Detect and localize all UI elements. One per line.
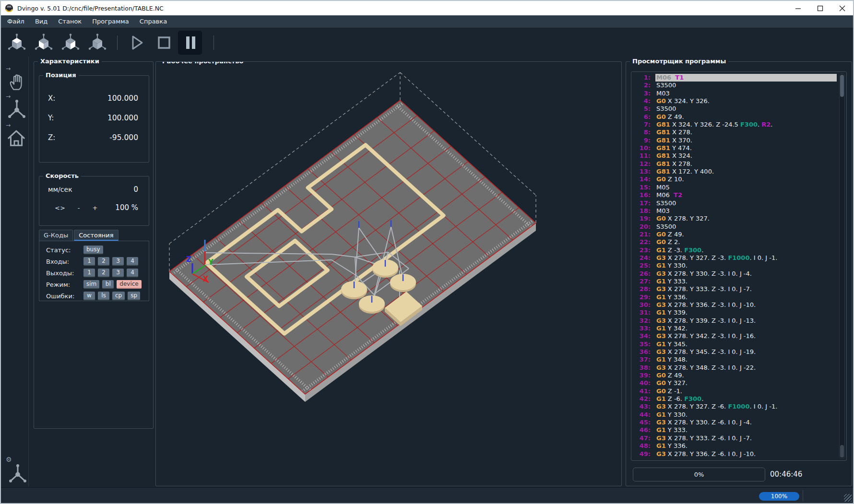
stop-button[interactable] bbox=[151, 31, 175, 55]
tab-gcodes[interactable]: G-Коды bbox=[39, 230, 73, 241]
scrollbar[interactable] bbox=[839, 73, 845, 459]
state-button-3[interactable]: 3 bbox=[112, 269, 124, 277]
gcode-line[interactable]: 42:G1 Z -6. F300. bbox=[631, 395, 837, 403]
state-button-2[interactable]: 2 bbox=[98, 269, 109, 277]
gcode-line[interactable]: 48:G1 Y 336. bbox=[631, 442, 837, 450]
gcode-line[interactable]: 37:G1 Y 348. bbox=[631, 356, 837, 363]
menu-item-Программа[interactable]: Программа bbox=[87, 15, 134, 28]
gcode-line[interactable]: 44:G1 Y 330. bbox=[631, 411, 837, 419]
gcode-line[interactable]: 18:M03 bbox=[631, 207, 837, 215]
gcode-line[interactable]: 29:G1 Y 336. bbox=[631, 293, 837, 301]
speed-minus-button[interactable]: - bbox=[78, 204, 80, 211]
gcode-line[interactable]: 17:S3500 bbox=[631, 199, 837, 207]
jog-axes-button[interactable]: → bbox=[5, 95, 29, 122]
gcode-line[interactable]: 47:G3 X 278. Y 333. Z -6. I 0. J -7. bbox=[631, 434, 837, 442]
gcode-line[interactable]: 36:G3 X 278. Y 345. Z -3. I 0. J -19. bbox=[631, 348, 837, 356]
gcode-line[interactable]: 38:G3 X 278. Y 348. Z -3. I 0. J -22. bbox=[631, 364, 837, 372]
gcode-line[interactable]: 14:G0 Z 10. bbox=[631, 176, 837, 183]
gcode-line[interactable]: 21:G0 Z 49. bbox=[631, 231, 837, 238]
state-button-4[interactable]: 4 bbox=[127, 257, 138, 266]
left-tabs: G-Коды Состояния bbox=[39, 230, 119, 241]
gcode-line[interactable]: 19:G0 X 278. Y 327. bbox=[631, 215, 837, 223]
resize-grip-icon[interactable] bbox=[844, 494, 852, 502]
state-button-2[interactable]: 2 bbox=[98, 257, 109, 266]
view-left-button[interactable] bbox=[32, 31, 56, 55]
menu-item-Справка[interactable]: Справка bbox=[134, 15, 172, 28]
gcode-line[interactable]: 4:G0 X 324. Y 326. bbox=[631, 97, 837, 105]
menu-item-Станок[interactable]: Станок bbox=[53, 15, 87, 28]
state-button-sim[interactable]: sim bbox=[83, 280, 99, 289]
menu-item-Вид[interactable]: Вид bbox=[30, 15, 53, 28]
gcode-line[interactable]: 28:G3 X 278. Y 333. Z -3. I 0. J -7. bbox=[631, 285, 837, 293]
scrollbar-thumb[interactable] bbox=[840, 75, 844, 97]
pan-tool-button[interactable]: → bbox=[5, 67, 29, 94]
gcode-line[interactable]: 8:G81 X 278. bbox=[631, 129, 837, 136]
gcode-line[interactable]: 33:G1 Y 342. bbox=[631, 325, 837, 332]
gcode-line[interactable]: 31:G1 Y 339. bbox=[631, 309, 837, 316]
state-button-sp[interactable]: sp bbox=[128, 292, 140, 300]
state-button-1[interactable]: 1 bbox=[83, 269, 95, 277]
gcode-line[interactable]: 6:G0 Z 49. bbox=[631, 113, 837, 121]
gcode-line[interactable]: 24:G3 X 278. Y 327. Z -3. F1000. I 0. J … bbox=[631, 254, 837, 262]
gcode-line[interactable]: 7:G81 X 324. Y 326. Z -24.5 F300. R2. bbox=[631, 121, 837, 129]
gcode-line[interactable]: 20:S3500 bbox=[631, 223, 837, 231]
gcode-line[interactable]: 5:S3500 bbox=[631, 105, 837, 113]
gcode-line[interactable]: 41:G0 Z -1. bbox=[631, 387, 837, 395]
state-row: Выходы:1234 bbox=[39, 267, 149, 279]
speed-plus-button[interactable]: + bbox=[93, 204, 98, 211]
gcode-line[interactable]: 30:G3 X 278. Y 336. Z -3. I 0. J -10. bbox=[631, 301, 837, 309]
home-button[interactable]: → bbox=[5, 124, 29, 151]
maximize-button[interactable] bbox=[809, 1, 831, 15]
close-button[interactable] bbox=[831, 1, 853, 15]
gcode-line[interactable]: 40:G0 Y 327. bbox=[631, 379, 837, 387]
speed-spinner[interactable]: <> bbox=[55, 204, 65, 211]
gcode-line[interactable]: 10:G81 Y 474. bbox=[631, 144, 837, 152]
gcode-line[interactable]: 26:G3 X 278. Y 330. Z -3. I 0. J -4. bbox=[631, 270, 837, 278]
gcode-line[interactable]: 27:G1 Y 333. bbox=[631, 278, 837, 285]
view-iso-button[interactable] bbox=[85, 31, 109, 55]
pause-button[interactable] bbox=[178, 31, 202, 55]
gcode-line[interactable]: 39:G0 Z 49. bbox=[631, 372, 837, 379]
gcode-line[interactable]: 34:G3 X 278. Y 342. Z -3. I 0. J -16. bbox=[631, 332, 837, 340]
state-button-1[interactable]: 1 bbox=[83, 257, 95, 266]
state-button-bl[interactable]: bl bbox=[102, 280, 114, 289]
gcode-line[interactable]: 1:M06 T1 bbox=[631, 74, 837, 82]
gcode-line[interactable]: 46:G1 Y 333. bbox=[631, 426, 837, 434]
gcode-line[interactable]: 35:G1 Y 345. bbox=[631, 340, 837, 348]
gcode-line[interactable]: 32:G3 X 278. Y 339. Z -3. I 0. J -13. bbox=[631, 317, 837, 325]
gcode-line[interactable]: 45:G3 X 278. Y 330. Z -6. I 0. J -4. bbox=[631, 419, 837, 426]
machine-settings-button[interactable]: ⚙ bbox=[5, 457, 29, 484]
state-button-cp[interactable]: cp bbox=[112, 292, 125, 300]
state-button-ls[interactable]: ls bbox=[98, 292, 109, 300]
zoom-badge: 100% bbox=[759, 492, 799, 501]
gcode-line[interactable]: 22:G0 Z 2. bbox=[631, 238, 837, 246]
gcode-line[interactable]: 3:M03 bbox=[631, 90, 837, 97]
gcode-line[interactable]: 49:G3 X 278. Y 336. Z -6. I 0. J -10. bbox=[631, 450, 837, 458]
state-button-w[interactable]: w bbox=[83, 292, 95, 300]
gcode-line[interactable]: 43:G3 X 278. Y 327. Z -6. F1000. I 0. J … bbox=[631, 403, 837, 410]
state-button-busy[interactable]: busy bbox=[83, 246, 103, 254]
gcode-line[interactable]: 16:M06 T2 bbox=[631, 191, 837, 199]
gcode-line[interactable]: 11:G81 X 324. bbox=[631, 152, 837, 160]
state-button-4[interactable]: 4 bbox=[127, 269, 138, 277]
state-button-device[interactable]: device bbox=[117, 280, 141, 289]
state-button-3[interactable]: 3 bbox=[112, 257, 124, 266]
workspace-3d-view[interactable]: ZYX bbox=[156, 62, 622, 486]
view-top-button[interactable] bbox=[5, 31, 29, 55]
gcode-line[interactable]: 13:G81 X 172. Y 400. bbox=[631, 168, 837, 176]
gcode-line[interactable]: 25:G1 Y 330. bbox=[631, 262, 837, 270]
menu-item-Файл[interactable]: Файл bbox=[2, 15, 30, 28]
view-right-button[interactable] bbox=[59, 31, 83, 55]
tab-states[interactable]: Состояния bbox=[74, 230, 118, 241]
gcode-line[interactable]: 15:M05 bbox=[631, 184, 837, 191]
gcode-line[interactable]: 2:S3500 bbox=[631, 82, 837, 89]
gcode-line[interactable]: 12:G81 X 278. bbox=[631, 160, 837, 168]
minimize-button[interactable] bbox=[787, 1, 809, 15]
play-button[interactable] bbox=[124, 31, 148, 55]
gcode-listbox[interactable]: 1:M06 T12:S35003:M034:G0 X 324. Y 326.5:… bbox=[631, 71, 847, 461]
group-title: Скорость bbox=[43, 172, 81, 179]
scrollbar-end[interactable] bbox=[840, 445, 844, 457]
gcode-line[interactable]: 9:G81 X 370. bbox=[631, 137, 837, 144]
gcode-lines: 1:M06 T12:S35003:M034:G0 X 324. Y 326.5:… bbox=[631, 74, 837, 458]
gcode-line[interactable]: 23:G1 Z -3. F300. bbox=[631, 246, 837, 254]
